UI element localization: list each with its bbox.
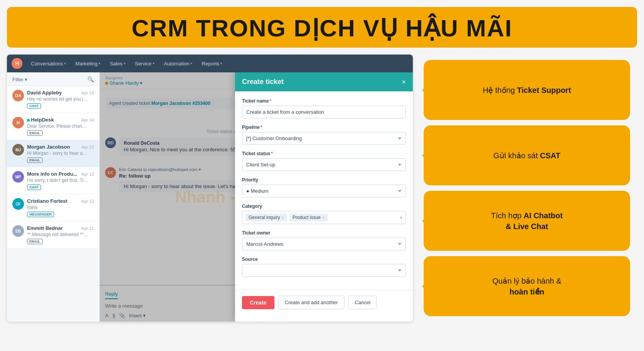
avatar: EB bbox=[12, 225, 24, 237]
modal-title: Create ticket bbox=[242, 78, 284, 86]
contact-name: Emmitt Bednar bbox=[27, 225, 63, 231]
nav-sales[interactable]: Sales ▾ bbox=[106, 58, 129, 69]
ticket-status-select[interactable]: Client Set-up New bbox=[242, 158, 406, 171]
sidebar-list: Filter ▾ 🔍 DA David Appleby Apr 14 bbox=[7, 72, 100, 322]
nav-marketing[interactable]: Marketing ▾ bbox=[72, 58, 104, 69]
info-card-warranty: Quản lý bảo hành &hoàn tiền bbox=[424, 256, 630, 316]
info-card-ticket: Hệ thống Ticket Support bbox=[424, 60, 630, 120]
ticket-status-label: Ticket status* bbox=[242, 151, 406, 156]
category-label: Category bbox=[242, 204, 406, 209]
source-group: Source bbox=[242, 257, 406, 277]
category-group: Category General inquiry × Product issue… bbox=[242, 204, 406, 224]
conv-date: Apr 12 bbox=[82, 172, 94, 176]
contact-name: More info on Produ... bbox=[27, 171, 77, 177]
svg-text:H: H bbox=[15, 60, 19, 67]
crm-panel: H Conversations ▾ Marketing ▾ Sales ▾ Se… bbox=[7, 55, 413, 322]
hubspot-logo: H bbox=[12, 58, 22, 69]
ticket-status-group: Ticket status* Client Set-up New bbox=[242, 151, 406, 171]
page-title: CRM TRONG DỊCH VỤ HẬU MÃI bbox=[7, 14, 637, 42]
priority-group: Priority ● Medium ● Low ● High bbox=[242, 177, 406, 197]
conv-date: Apr 11 bbox=[82, 226, 94, 231]
remove-tag-button[interactable]: × bbox=[322, 215, 325, 220]
conv-badge: CHAT bbox=[27, 103, 41, 109]
info-card-text: Hệ thống Ticket Support bbox=[483, 85, 571, 96]
priority-select[interactable]: ● Medium ● Low ● High bbox=[242, 185, 406, 197]
header-banner: CRM TRONG DỊCH VỤ HẬU MÃI bbox=[7, 7, 637, 48]
create-button[interactable]: Create bbox=[242, 296, 274, 309]
conv-date: Apr 14 bbox=[82, 118, 94, 122]
priority-label: Priority bbox=[242, 177, 406, 183]
modal-body: Ticket name* Pipeline* [*] Custom bbox=[235, 91, 413, 290]
ticket-name-group: Ticket name* bbox=[242, 98, 406, 118]
conv-badge: EMAIL bbox=[27, 158, 43, 163]
avatar: H bbox=[12, 117, 24, 128]
nav-automation[interactable]: Automation ▾ bbox=[160, 58, 196, 69]
avatar: DA bbox=[12, 90, 24, 101]
chevron-down-icon: ▾ bbox=[25, 77, 27, 82]
search-button[interactable]: 🔍 bbox=[87, 76, 94, 82]
ticket-owner-group: Ticket owner Marcus Andrews bbox=[242, 230, 406, 250]
modal-header: Create ticket × bbox=[235, 72, 413, 91]
create-add-another-button[interactable]: Create and add another bbox=[278, 296, 344, 309]
info-panel: Hệ thống Ticket Support Gửi khảo sát CSA… bbox=[413, 55, 637, 322]
filter-button[interactable]: Filter ▾ bbox=[12, 77, 27, 82]
modal-close-button[interactable]: × bbox=[402, 79, 406, 86]
conv-date: Apr 14 bbox=[82, 91, 94, 95]
contact-name: David Appleby bbox=[27, 90, 62, 96]
modal-footer: Create Create and add another Cancel bbox=[235, 290, 413, 315]
nav-conversations[interactable]: Conversations ▾ bbox=[27, 58, 70, 69]
modal-overlay: Create ticket × Ticket name* bbox=[100, 72, 413, 322]
conv-preview: Hi Morgan - sorry to hear about th... bbox=[27, 151, 89, 156]
nav-bar: H Conversations ▾ Marketing ▾ Sales ▾ Se… bbox=[7, 55, 413, 72]
cancel-button[interactable]: Cancel bbox=[348, 296, 377, 309]
main-content: H Conversations ▾ Marketing ▾ Sales ▾ Se… bbox=[7, 55, 637, 322]
chevron-down-icon: ▾ bbox=[220, 62, 222, 65]
ticket-name-input[interactable] bbox=[242, 106, 406, 118]
list-item[interactable]: CF Cristiano Fortest Apr 12 haha MESSENG… bbox=[7, 194, 99, 221]
list-item[interactable]: MP More info on Produ... Apr 12 I'm sorr… bbox=[7, 167, 99, 194]
info-card-text: Tích hợp AI Chatbot& Live Chat bbox=[491, 210, 562, 232]
list-item[interactable]: DA David Appleby Apr 14 Hey no worries l… bbox=[7, 86, 99, 113]
avatar: MJ bbox=[12, 144, 24, 156]
source-label: Source bbox=[242, 257, 406, 262]
avatar: MP bbox=[12, 171, 24, 183]
chevron-down-icon: ▾ bbox=[400, 215, 402, 220]
avatar: CF bbox=[12, 198, 24, 210]
category-tag: Product issue × bbox=[290, 214, 328, 221]
nav-reports[interactable]: Reports ▾ bbox=[198, 58, 227, 69]
conv-preview: I'm sorry, I didn't get that. Try aga... bbox=[27, 178, 89, 183]
ticket-owner-label: Ticket owner bbox=[242, 230, 406, 236]
info-card-csat: Gửi khảo sát CSAT bbox=[424, 125, 630, 185]
ticket-owner-select[interactable]: Marcus Andrews bbox=[242, 238, 406, 250]
conv-preview: Dear Service, Please change your... bbox=[27, 123, 89, 129]
conv-detail: Assignee Shane Hardy ▾ Agent created tic… bbox=[100, 72, 413, 322]
pipeline-label: Pipeline* bbox=[242, 125, 406, 130]
conv-preview: Hey no worries let get you in cont... bbox=[27, 96, 89, 102]
conv-preview: ** Message not delivered ** Y... bbox=[27, 232, 89, 237]
contact-name: Morgan Jacobson bbox=[27, 144, 70, 150]
chevron-down-icon: ▾ bbox=[64, 62, 66, 65]
contact-name: HelpDesk bbox=[27, 117, 54, 123]
category-tags-container[interactable]: General inquiry × Product issue × ▾ bbox=[242, 211, 406, 224]
ticket-name-label: Ticket name* bbox=[242, 98, 406, 104]
pipeline-select[interactable]: [*] Customer Onboarding Support Pipeline bbox=[242, 132, 406, 145]
sidebar-filter: Filter ▾ 🔍 bbox=[7, 72, 99, 86]
list-item[interactable]: MJ Morgan Jacobson Apr 12 Hi Morgan - so… bbox=[7, 140, 99, 167]
info-card-text: Gửi khảo sát CSAT bbox=[493, 150, 561, 161]
contact-name: Cristiano Fortest bbox=[27, 198, 67, 204]
info-card-ai: Tích hợp AI Chatbot& Live Chat bbox=[424, 191, 630, 251]
list-item[interactable]: H HelpDesk Apr 14 Dear Service, Please c… bbox=[7, 113, 99, 140]
chevron-down-icon: ▾ bbox=[99, 62, 101, 65]
chevron-down-icon: ▾ bbox=[124, 62, 126, 65]
conv-badge: EMAIL bbox=[27, 239, 43, 244]
chevron-down-icon: ▾ bbox=[191, 62, 193, 65]
info-card-text: Quản lý bảo hành &hoàn tiền bbox=[492, 276, 562, 297]
conv-date: Apr 12 bbox=[82, 199, 94, 204]
nav-service[interactable]: Service ▾ bbox=[131, 58, 158, 69]
create-ticket-modal: Create ticket × Ticket name* bbox=[235, 72, 413, 322]
remove-tag-button[interactable]: × bbox=[281, 215, 284, 220]
category-tag: General inquiry × bbox=[245, 214, 287, 221]
list-item[interactable]: EB Emmitt Bednar Apr 11 ** Message not d… bbox=[7, 221, 99, 248]
conv-badge: CHAT bbox=[27, 185, 41, 190]
source-select[interactable] bbox=[242, 264, 406, 277]
